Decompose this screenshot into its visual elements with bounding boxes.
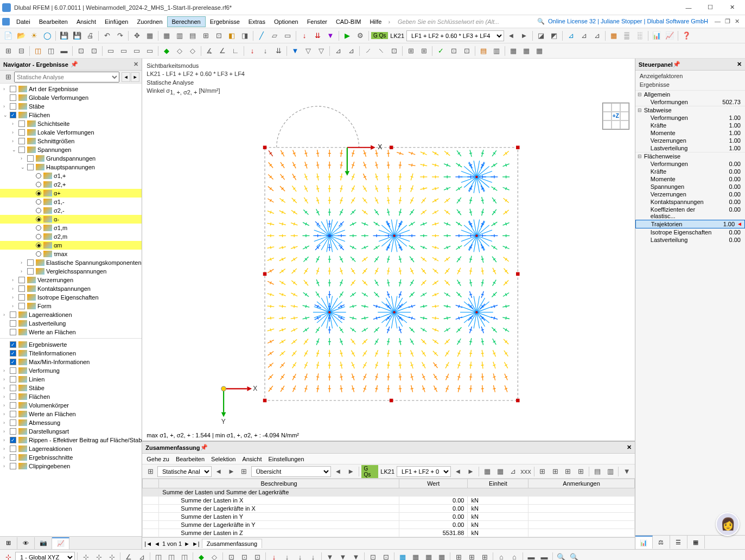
view-orientation-widget[interactable]: +Z — [602, 103, 629, 130]
tree-item[interactable]: ›Stäbe — [0, 102, 142, 111]
tree-item[interactable]: ›Art der Ergebnisse — [0, 85, 142, 93]
help-icon[interactable]: ❓ — [680, 30, 692, 42]
summary-close-icon[interactable]: ✕ — [627, 444, 632, 451]
s5-icon[interactable]: ▬ — [58, 45, 70, 57]
b6-icon[interactable]: ◫ — [152, 551, 164, 561]
b18-icon[interactable]: ▼ — [324, 551, 336, 561]
tree-item[interactable]: σ2,- — [0, 206, 142, 215]
nav-tab-eye[interactable]: 👁 — [17, 537, 35, 549]
b5-icon[interactable]: ⊿ — [136, 551, 148, 561]
sum-prev2-icon[interactable]: ◄ — [332, 466, 344, 478]
sum-prev1-icon[interactable]: ◄ — [213, 466, 225, 478]
b20-icon[interactable]: ▼ — [350, 551, 362, 561]
cp-group[interactable]: ⊟Flächenweise — [635, 152, 745, 160]
tree-item[interactable]: Globale Verformungen — [0, 93, 142, 102]
tree-item[interactable]: σ1,m — [0, 224, 142, 232]
sum-view-icon[interactable]: ⊞ — [238, 466, 250, 478]
sun-icon[interactable]: ☀ — [28, 30, 40, 42]
s28-icon[interactable]: ⊡ — [388, 45, 400, 57]
tree-item[interactable]: ⌄✓Flächen — [0, 111, 142, 119]
b13-icon[interactable]: ⊡ — [251, 551, 263, 561]
cp-item[interactable]: Momente0.00 — [635, 175, 745, 183]
tool6-icon[interactable]: ◧ — [226, 30, 238, 42]
b17-icon[interactable]: ↓ — [307, 551, 319, 561]
prev-icon[interactable]: ◄ — [505, 30, 517, 42]
tree-item[interactable]: ›Volumenkörper — [0, 401, 142, 410]
nav-type-icon[interactable]: ⊞ — [2, 71, 14, 83]
b29-icon[interactable]: ⊞ — [479, 551, 491, 561]
analysis-type-select[interactable]: Statische Analyse — [14, 72, 119, 82]
sum-next3-icon[interactable]: ► — [465, 466, 477, 478]
sum-t1-icon[interactable]: ▦ — [481, 466, 493, 478]
b4-icon[interactable]: ∠ — [123, 551, 135, 561]
tree-item[interactable]: ›Vergleichsspannungen — [0, 267, 142, 276]
next-icon[interactable]: ► — [518, 30, 530, 42]
cp-item[interactable]: Verzerrungen1.00 — [635, 137, 745, 144]
tree-item[interactable]: ›Kontaktspannungen — [0, 284, 142, 293]
grid1-icon[interactable]: ▦ — [161, 30, 173, 42]
cp-item[interactable]: Lastverteilung0.00 — [635, 236, 745, 244]
tree-item[interactable]: ⌄Hauptspannungen — [0, 163, 142, 171]
s22-icon[interactable]: ▽ — [302, 45, 314, 57]
page-first-icon[interactable]: |◄ — [144, 540, 152, 547]
s9-icon[interactable]: ▭ — [118, 45, 130, 57]
cp-item[interactable]: Verformungen0.00 — [635, 160, 745, 168]
s32-icon[interactable]: ⊡ — [448, 45, 460, 57]
result-tree[interactable]: ›Art der ErgebnisseGlobale Verformungen›… — [0, 84, 142, 536]
sum-analysis-select[interactable]: Statische Anal... — [157, 466, 212, 477]
b27-icon[interactable]: ⊞ — [453, 551, 464, 561]
menu-berechnen[interactable]: Berechnen — [167, 16, 206, 27]
sum-t7-icon[interactable]: ⊞ — [562, 466, 574, 478]
tree-item[interactable]: σ2,m — [0, 232, 142, 241]
s11-icon[interactable]: ▭ — [144, 45, 156, 57]
pin-icon[interactable]: 📌 — [71, 61, 78, 68]
b12-icon[interactable]: ⊡ — [238, 551, 250, 561]
tree-item[interactable]: ›Verformung — [0, 366, 142, 375]
cp-item[interactable]: Spannungen0.00 — [635, 183, 745, 190]
b3-icon[interactable]: ⊹ — [106, 551, 118, 561]
tree-item[interactable]: ›Verzerrungen — [0, 276, 142, 284]
tree-item[interactable]: ›Elastische Spannungskomponenten — [0, 258, 142, 267]
b26-icon[interactable]: ▦ — [436, 551, 448, 561]
grid3-icon[interactable]: ▤ — [187, 30, 199, 42]
tree-item[interactable]: ›✓Rippen - Effektiver Beitrag auf Fläche… — [0, 436, 142, 444]
calc2-icon[interactable]: ⚙ — [354, 30, 366, 42]
tree-item[interactable]: σ1,+ — [0, 171, 142, 180]
menu-optionen[interactable]: Optionen — [270, 17, 303, 27]
s18-icon[interactable]: ↓ — [246, 45, 258, 57]
menu-zuordnen[interactable]: Zuordnen — [132, 17, 167, 27]
s34-icon[interactable]: ▤ — [477, 45, 489, 57]
save-icon[interactable]: 💾 — [58, 30, 70, 42]
tree-item[interactable]: ›Ergebnisschnitte — [0, 453, 142, 462]
tree-item[interactable]: ›Schnittgrößen — [0, 137, 142, 145]
sum-view-select[interactable]: Übersicht — [251, 466, 331, 477]
sum-t3-icon[interactable]: ⊿ — [507, 466, 519, 478]
b31-icon[interactable]: ⌂ — [508, 551, 520, 561]
menu-extras[interactable]: Extras — [244, 17, 270, 27]
maximize-button[interactable]: ☐ — [699, 0, 721, 15]
tool4-icon[interactable]: ⊞ — [200, 30, 212, 42]
nav-tab-cam[interactable]: 📷 — [35, 537, 52, 549]
tool5-icon[interactable]: ⊡ — [213, 30, 225, 42]
redo-icon[interactable]: ↷ — [114, 30, 126, 42]
tree-item[interactable]: σ2,+ — [0, 180, 142, 189]
cp-group[interactable]: ⊟Stabweise — [635, 106, 745, 114]
s37-icon[interactable]: ▦ — [520, 45, 532, 57]
summary-table[interactable]: BeschreibungWertEinheitAnmerkungenSumme … — [142, 479, 634, 537]
s19-icon[interactable]: ↓ — [259, 45, 271, 57]
menu-fenster[interactable]: Fenster — [303, 17, 332, 27]
r5-icon[interactable]: ▒ — [621, 30, 633, 42]
b14-icon[interactable]: ↓ — [268, 551, 280, 561]
s10-icon[interactable]: ▭ — [131, 45, 143, 57]
tree-item[interactable]: ›Isotrope Eigenschaften — [0, 293, 142, 302]
undo-icon[interactable]: ↶ — [101, 30, 113, 42]
cp-item[interactable]: Trajektorien1.00◄ — [635, 220, 745, 228]
b34-icon[interactable]: 🔍 — [555, 551, 567, 561]
sum-next1-icon[interactable]: ► — [226, 466, 238, 478]
summary-pin-icon[interactable]: 📌 — [200, 444, 208, 451]
summary-tab[interactable]: Zusammenfassung — [202, 539, 263, 548]
vol-icon[interactable]: ▭ — [282, 30, 294, 42]
tree-item[interactable]: ›Lagerreaktionen — [0, 444, 142, 453]
sum-t9-icon[interactable]: ▤ — [591, 466, 603, 478]
v1-icon[interactable]: ◪ — [535, 30, 547, 42]
